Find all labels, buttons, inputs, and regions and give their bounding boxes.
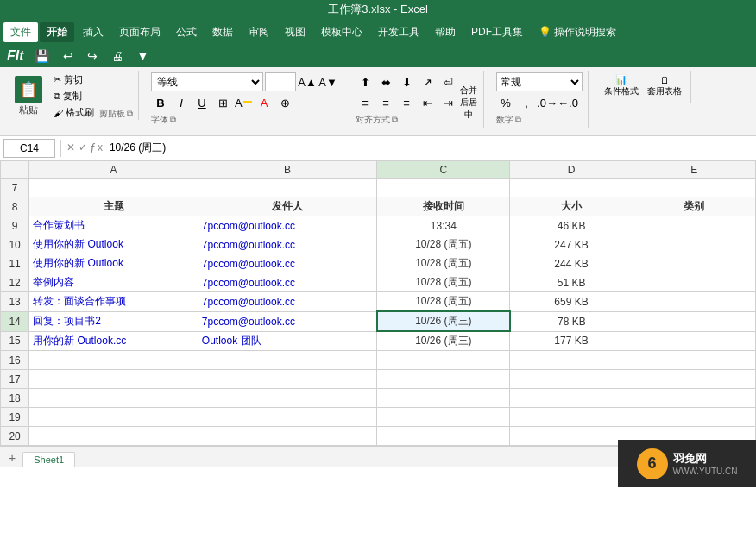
row-header-8[interactable]: 8 — [1, 197, 29, 216]
save-button[interactable]: 💾 — [31, 47, 53, 65]
cell[interactable]: 10/28 (周五) — [377, 273, 510, 292]
font-color-button[interactable]: A — [255, 93, 274, 112]
cell[interactable]: 类别 — [633, 197, 755, 216]
cell[interactable] — [633, 311, 755, 331]
cell[interactable] — [633, 235, 755, 254]
cell[interactable]: 10/28 (周五) — [377, 292, 510, 312]
confirm-formula-icon[interactable]: ✓ — [79, 141, 87, 155]
row-header-10[interactable]: 10 — [1, 235, 29, 254]
copy-button[interactable]: ⧉ 复制 — [52, 89, 96, 103]
formula-input[interactable] — [106, 139, 753, 158]
menu-data[interactable]: 数据 — [205, 22, 240, 42]
cell[interactable]: 244 KB — [510, 254, 633, 273]
cell[interactable]: 发件人 — [198, 197, 376, 216]
row-header-12[interactable]: 12 — [1, 273, 29, 292]
sheet-tab-sheet1[interactable]: Sheet1 — [22, 452, 75, 467]
menu-file[interactable]: 文件 — [3, 22, 38, 42]
col-header-B[interactable]: B — [198, 161, 376, 179]
cell[interactable]: 10/28 (周五) — [377, 254, 510, 273]
cancel-formula-icon[interactable]: ✕ — [66, 141, 75, 155]
cell[interactable]: 7pccom@outlook.cc — [198, 273, 376, 292]
cell[interactable] — [633, 254, 755, 273]
col-header-A[interactable]: A — [29, 161, 198, 179]
center-align-button[interactable]: ≡ — [376, 93, 395, 112]
cell[interactable]: 7pccom@outlook.cc — [198, 254, 376, 273]
menu-pdf[interactable]: PDF工具集 — [464, 22, 530, 42]
font-options-button[interactable]: ⊕ — [275, 93, 294, 112]
cut-button[interactable]: ✂ 剪切 — [52, 72, 96, 87]
cell[interactable]: 主题 — [29, 197, 198, 216]
redo-button[interactable]: ↪ — [84, 47, 101, 65]
cell[interactable] — [29, 408, 198, 427]
cell[interactable]: 10/28 (周五) — [377, 235, 510, 254]
bold-button[interactable]: B — [151, 93, 170, 112]
wrap-text-button[interactable]: ⏎ — [438, 72, 457, 91]
cell[interactable]: 10/26 (周三) — [377, 311, 510, 331]
number-format-select[interactable]: 常规 — [496, 72, 583, 91]
thousands-button[interactable]: , — [517, 93, 536, 112]
paste-button[interactable]: 📋 粘贴 — [9, 72, 48, 120]
cell[interactable]: 7pccom@outlook.cc — [198, 292, 376, 312]
font-size-input[interactable]: 14 — [265, 72, 296, 91]
italic-button[interactable]: I — [172, 93, 191, 112]
menu-insert[interactable]: 插入 — [76, 22, 110, 42]
cell[interactable] — [377, 389, 510, 408]
cell[interactable]: 大小 — [510, 197, 633, 216]
cell[interactable] — [633, 331, 755, 351]
font-name-select[interactable]: 等线 — [151, 72, 263, 91]
clipboard-expand-icon[interactable]: ⧉ — [127, 109, 133, 119]
cell[interactable] — [510, 370, 633, 389]
middle-align-button[interactable]: ⬌ — [376, 72, 395, 91]
row-header-11[interactable]: 11 — [1, 254, 29, 273]
angle-text-button[interactable]: ↗ — [418, 72, 437, 91]
number-expand-icon[interactable]: ⧉ — [515, 115, 521, 125]
decrease-decimal-button[interactable]: ←.0 — [558, 93, 577, 112]
left-align-button[interactable]: ≡ — [356, 93, 375, 112]
menu-layout[interactable]: 页面布局 — [112, 22, 167, 42]
col-header-C[interactable]: C — [377, 161, 510, 179]
col-header-E[interactable]: E — [633, 161, 755, 179]
cell[interactable]: 回复：项目书2 — [29, 311, 198, 331]
row-header-19[interactable]: 19 — [1, 408, 29, 427]
cell[interactable] — [29, 370, 198, 389]
cell[interactable] — [29, 351, 198, 370]
cell[interactable] — [633, 408, 755, 427]
underline-button[interactable]: U — [192, 93, 211, 112]
menu-templates[interactable]: 模板中心 — [314, 22, 369, 42]
decrease-indent-button[interactable]: ⇤ — [418, 93, 437, 112]
format-as-table-button[interactable]: 🗒 套用表格 — [644, 73, 685, 99]
decrease-font-button[interactable]: A▼ — [318, 72, 337, 91]
new-sheet-button[interactable]: + — [3, 449, 21, 467]
row-header-16[interactable]: 16 — [1, 351, 29, 370]
row-header-13[interactable]: 13 — [1, 292, 29, 312]
increase-indent-button[interactable]: ⇥ — [438, 93, 457, 112]
menu-search[interactable]: 💡 操作说明搜索 — [532, 22, 623, 42]
cell[interactable] — [633, 389, 755, 408]
cell[interactable] — [633, 273, 755, 292]
row-header-7[interactable]: 7 — [1, 179, 29, 197]
insert-function-icon[interactable]: f — [91, 141, 94, 155]
cell-reference-input[interactable] — [3, 139, 55, 158]
right-align-button[interactable]: ≡ — [397, 93, 416, 112]
increase-decimal-button[interactable]: .0→ — [538, 93, 557, 112]
cell[interactable] — [198, 427, 376, 446]
cell[interactable] — [510, 179, 633, 197]
cell[interactable] — [377, 179, 510, 197]
cell[interactable]: 46 KB — [510, 216, 633, 235]
cell[interactable] — [633, 351, 755, 370]
cell[interactable]: 举例内容 — [29, 273, 198, 292]
cell[interactable]: 659 KB — [510, 292, 633, 312]
row-header-14[interactable]: 14 — [1, 311, 29, 331]
cell[interactable]: 7pccom@outlook.cc — [198, 235, 376, 254]
cell[interactable]: 使用你的新 Outlook — [29, 235, 198, 254]
cell[interactable]: 13:34 — [377, 216, 510, 235]
cell[interactable] — [510, 389, 633, 408]
cell[interactable] — [198, 408, 376, 427]
cell[interactable] — [198, 351, 376, 370]
cell[interactable] — [510, 351, 633, 370]
font-expand-icon[interactable]: ⧉ — [170, 115, 176, 125]
cell[interactable]: 78 KB — [510, 311, 633, 331]
cell[interactable]: 使用你的新 Outlook — [29, 254, 198, 273]
print-preview-button[interactable]: 🖨 — [108, 47, 127, 65]
format-painter-button[interactable]: 🖌 格式刷 — [52, 105, 96, 120]
